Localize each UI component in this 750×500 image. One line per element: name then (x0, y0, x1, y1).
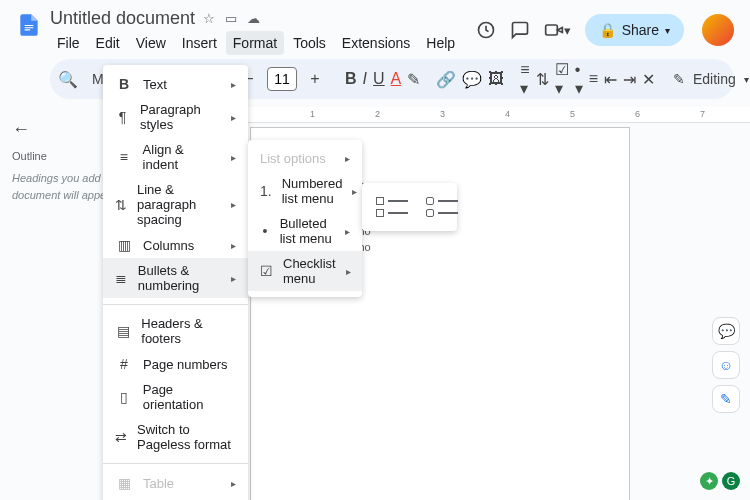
menu-item-text[interactable]: BText▸ (103, 71, 248, 97)
checklist-button[interactable]: ☑ ▾ (555, 65, 569, 93)
grammarly-badge[interactable]: G (722, 472, 740, 490)
lock-icon: 🔒 (599, 22, 616, 38)
format-menu-dropdown: BText▸ ¶Paragraph styles▸ ≡Align & inden… (103, 65, 248, 500)
menu-item-align-indent[interactable]: ≡Align & indent▸ (103, 137, 248, 177)
submenu-list-options: List options▸ (248, 146, 362, 171)
pencil-icon: ✎ (673, 71, 685, 87)
submenu-numbered-list[interactable]: 1.Numbered list menu▸ (248, 171, 362, 211)
explore-badge[interactable]: ✦ (700, 472, 718, 490)
menu-view[interactable]: View (129, 31, 173, 55)
menu-item-paragraph-styles[interactable]: ¶Paragraph styles▸ (103, 97, 248, 137)
document-title[interactable]: Untitled document (50, 8, 195, 29)
image-button[interactable]: 🖼 (488, 65, 504, 93)
meet-icon[interactable]: ▾ (544, 20, 571, 40)
highlight-button[interactable]: ✎ (407, 65, 420, 93)
star-icon[interactable]: ☆ (203, 11, 215, 26)
search-icon[interactable]: 🔍 (58, 65, 78, 93)
checklist-options-flyout (362, 183, 457, 231)
submenu-checklist[interactable]: ☑Checklist menu▸ (248, 251, 362, 291)
avatar[interactable] (702, 14, 734, 46)
menu-help[interactable]: Help (419, 31, 462, 55)
cloud-icon[interactable]: ☁ (247, 11, 260, 26)
bulleted-list-button[interactable]: • ▾ (575, 65, 583, 93)
bullets-numbering-submenu: List options▸ 1.Numbered list menu▸ •Bul… (248, 140, 362, 297)
line-spacing-button[interactable]: ⇅ (536, 65, 549, 93)
underline-button[interactable]: U (373, 65, 385, 93)
docs-logo[interactable] (16, 12, 42, 38)
font-size-input[interactable] (267, 67, 297, 91)
menu-item-pageless[interactable]: ⇄Switch to Pageless format (103, 417, 248, 457)
menu-item-page-orientation[interactable]: ▯Page orientation (103, 377, 248, 417)
menu-item-table: ▦Table▸ (103, 470, 248, 496)
history-icon[interactable] (476, 20, 496, 40)
menu-item-page-numbers[interactable]: #Page numbers (103, 351, 248, 377)
share-button[interactable]: 🔒 Share ▾ (585, 14, 684, 46)
side-comment-button[interactable]: 💬 (712, 317, 740, 345)
menu-format[interactable]: Format (226, 31, 284, 55)
italic-button[interactable]: I (363, 65, 367, 93)
menu-item-headers-footers[interactable]: ▤Headers & footers (103, 311, 248, 351)
align-button[interactable]: ≡ ▾ (520, 65, 529, 93)
checklist-style-2[interactable] (422, 193, 462, 221)
menubar: File Edit View Insert Format Tools Exten… (50, 31, 468, 55)
link-button[interactable]: 🔗 (436, 65, 456, 93)
chevron-down-icon: ▾ (665, 25, 670, 36)
menu-insert[interactable]: Insert (175, 31, 224, 55)
comments-icon[interactable] (510, 20, 530, 40)
text-color-button[interactable]: A (391, 65, 402, 93)
indent-increase-button[interactable]: ⇥ (623, 65, 636, 93)
side-emoji-button[interactable]: ☺ (712, 351, 740, 379)
side-suggest-button[interactable]: ✎ (712, 385, 740, 413)
indent-decrease-button[interactable]: ⇤ (604, 65, 617, 93)
menu-item-image: 🖼Image▸ (103, 496, 248, 500)
horizontal-ruler[interactable]: 1 2 3 4 5 6 7 (180, 107, 750, 123)
editing-mode-button[interactable]: ✎ Editing ▾ (661, 65, 750, 93)
numbered-list-button[interactable]: ≡ (589, 65, 598, 93)
clear-format-button[interactable]: ✕ (642, 65, 655, 93)
menu-item-line-spacing[interactable]: ⇅Line & paragraph spacing▸ (103, 177, 248, 232)
menu-tools[interactable]: Tools (286, 31, 333, 55)
menu-file[interactable]: File (50, 31, 87, 55)
bold-button[interactable]: B (345, 65, 357, 93)
checklist-style-1[interactable] (372, 193, 412, 221)
share-label: Share (622, 22, 659, 38)
comment-button[interactable]: 💬 (462, 65, 482, 93)
menu-item-columns[interactable]: ▥Columns▸ (103, 232, 248, 258)
menu-item-bullets-numbering[interactable]: ≣Bullets & numbering▸ (103, 258, 248, 298)
submenu-bulleted-list[interactable]: •Bulleted list menu▸ (248, 211, 362, 251)
font-size-increase[interactable]: + (301, 65, 329, 93)
menu-edit[interactable]: Edit (89, 31, 127, 55)
menu-extensions[interactable]: Extensions (335, 31, 417, 55)
move-icon[interactable]: ▭ (225, 11, 237, 26)
